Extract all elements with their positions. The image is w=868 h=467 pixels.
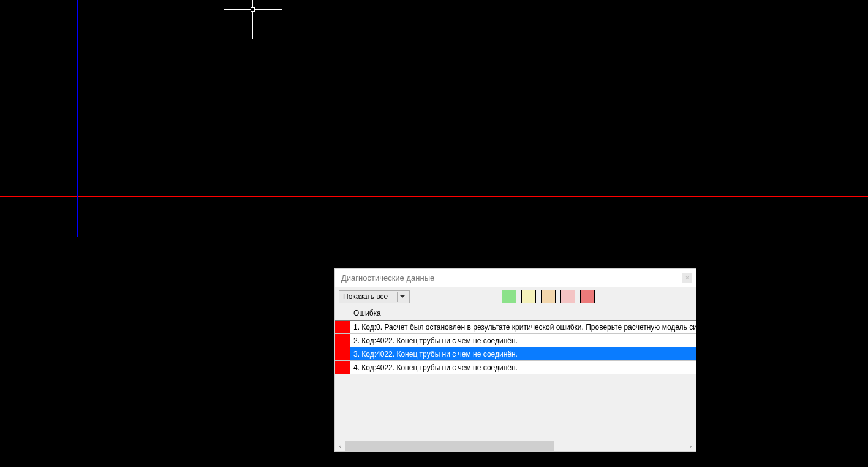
error-grid: Ошибка 1. Код:0. Расчет был остановлен в… xyxy=(335,306,696,451)
red-line-horizontal xyxy=(0,196,868,197)
error-message: 4. Код:4022. Конец трубы ни с чем не сое… xyxy=(350,361,696,374)
filter-selected-label: Показать все xyxy=(343,292,388,301)
error-message: 2. Код:4022. Конец трубы ни с чем не сое… xyxy=(350,334,696,347)
grid-body: 1. Код:0. Расчет был остановлен в резуль… xyxy=(335,321,696,441)
severity-swatch-1[interactable] xyxy=(502,290,516,303)
table-row[interactable]: 4. Код:4022. Конец трубы ни с чем не сое… xyxy=(335,361,696,374)
severity-swatch-5[interactable] xyxy=(580,290,595,303)
scroll-left-button[interactable]: ‹ xyxy=(335,441,345,452)
horizontal-scrollbar[interactable]: ‹ › xyxy=(335,441,696,451)
table-row[interactable]: 3. Код:4022. Конец трубы ни с чем не сое… xyxy=(335,347,696,361)
red-line-vertical xyxy=(40,0,40,196)
severity-swatch-2[interactable] xyxy=(521,290,536,303)
blue-line-vertical xyxy=(77,0,78,237)
error-indicator xyxy=(335,334,350,347)
error-indicator xyxy=(335,347,350,360)
blue-line-horizontal xyxy=(0,237,868,237)
scroll-track[interactable] xyxy=(345,441,685,451)
grid-header-error[interactable]: Ошибка xyxy=(350,306,696,320)
scroll-thumb[interactable] xyxy=(345,441,554,451)
panel-titlebar[interactable]: Диагностические данные × xyxy=(335,269,696,287)
severity-swatch-3[interactable] xyxy=(541,290,556,303)
grid-header-row: Ошибка xyxy=(335,306,696,321)
severity-swatch-4[interactable] xyxy=(560,290,575,303)
diagnostics-panel: Диагностические данные × Показать все Ош… xyxy=(334,268,696,452)
error-message: 1. Код:0. Расчет был остановлен в резуль… xyxy=(350,321,696,333)
filter-dropdown[interactable]: Показать все xyxy=(339,290,410,303)
table-row[interactable]: 2. Код:4022. Конец трубы ни с чем не сое… xyxy=(335,334,696,347)
chevron-down-icon xyxy=(397,292,407,302)
error-indicator xyxy=(335,361,350,374)
panel-title: Диагностические данные xyxy=(341,273,434,283)
grid-header-indicator[interactable] xyxy=(335,306,350,320)
error-message: 3. Код:4022. Конец трубы ни с чем не сое… xyxy=(350,347,696,360)
scroll-right-button[interactable]: › xyxy=(685,441,696,452)
panel-toolbar: Показать все xyxy=(335,287,696,306)
table-row[interactable]: 1. Код:0. Расчет был остановлен в резуль… xyxy=(335,321,696,334)
severity-swatch-group xyxy=(502,290,595,303)
error-indicator xyxy=(335,321,350,333)
close-icon[interactable]: × xyxy=(682,273,692,283)
